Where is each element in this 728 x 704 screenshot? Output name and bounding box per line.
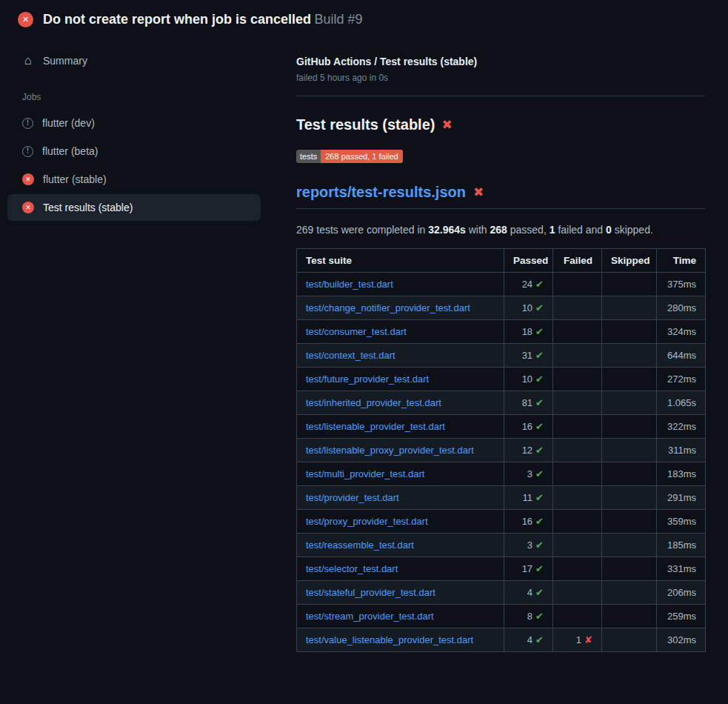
report-file-link[interactable]: reports/test-results.json bbox=[296, 184, 466, 201]
skipped-cell bbox=[602, 344, 657, 368]
failed-cell bbox=[553, 320, 602, 344]
sidebar-item-flutter-stable[interactable]: ✕ flutter (stable) bbox=[7, 166, 261, 193]
suite-link[interactable]: test/provider_test.dart bbox=[306, 492, 399, 503]
sidebar-summary-label: Summary bbox=[43, 55, 87, 67]
sidebar-item-summary[interactable]: ⌂ Summary bbox=[7, 47, 261, 74]
skipped-cell bbox=[602, 273, 657, 296]
time-cell: 183ms bbox=[657, 462, 706, 486]
table-row: test/listenable_provider_test.dart 16✔ 3… bbox=[297, 415, 706, 439]
skipped-cell bbox=[602, 462, 657, 486]
passed-cell: 10✔ bbox=[504, 296, 553, 320]
suite-link[interactable]: test/builder_test.dart bbox=[306, 279, 393, 290]
failed-x-icon: ✖ bbox=[441, 119, 452, 131]
summary-duration: 32.964s bbox=[428, 224, 466, 236]
time-cell: 280ms bbox=[657, 296, 706, 320]
run-meta: failed 5 hours ago in 0s bbox=[296, 73, 705, 83]
summary-line: 269 tests were completed in 32.964s with… bbox=[296, 224, 705, 236]
table-row: test/context_test.dart 31✔ 644ms bbox=[297, 344, 706, 368]
jobs-heading: Jobs bbox=[7, 76, 261, 110]
table-row: test/future_provider_test.dart 10✔ 272ms bbox=[297, 368, 706, 391]
build-header: ✕ Do not create report when job is cance… bbox=[0, 0, 728, 38]
failed-status-icon: ✕ bbox=[22, 202, 34, 213]
summary-skipped-count: 0 bbox=[606, 224, 612, 236]
failed-cell bbox=[553, 368, 602, 391]
check-icon: ✔ bbox=[535, 492, 544, 503]
table-row: test/value_listenable_provider_test.dart… bbox=[297, 628, 706, 652]
sidebar-item-flutter-beta[interactable]: ! flutter (beta) bbox=[7, 138, 261, 165]
skipped-cell bbox=[602, 368, 657, 391]
passed-cell: 31✔ bbox=[504, 344, 553, 368]
failed-cell bbox=[553, 557, 602, 581]
badge-label: tests bbox=[296, 150, 321, 163]
passed-cell: 12✔ bbox=[504, 439, 553, 462]
suite-link[interactable]: test/stateful_provider_test.dart bbox=[306, 587, 435, 598]
cross-icon: ✘ bbox=[584, 634, 592, 645]
suite-link[interactable]: test/selector_test.dart bbox=[306, 563, 398, 574]
summary-part: passed, bbox=[507, 224, 550, 236]
suite-link[interactable]: test/stream_provider_test.dart bbox=[306, 611, 434, 622]
table-row: test/stream_provider_test.dart 8✔ 259ms bbox=[297, 605, 706, 628]
passed-cell: 16✔ bbox=[504, 510, 553, 534]
skipped-cell bbox=[602, 557, 657, 581]
time-cell: 302ms bbox=[657, 628, 706, 652]
suite-link[interactable]: test/future_provider_test.dart bbox=[306, 373, 429, 385]
suite-link[interactable]: test/consumer_test.dart bbox=[306, 326, 407, 337]
failed-cell bbox=[553, 391, 602, 415]
skipped-cell bbox=[602, 391, 657, 415]
suite-link[interactable]: test/listenable_provider_test.dart bbox=[306, 421, 445, 432]
build-title: Do not create report when job is cancell… bbox=[43, 12, 311, 27]
job-label: Test results (stable) bbox=[43, 202, 133, 213]
check-icon: ✔ bbox=[535, 516, 544, 527]
job-label: flutter (beta) bbox=[42, 145, 98, 157]
suite-link[interactable]: test/context_test.dart bbox=[306, 350, 395, 361]
passed-cell: 81✔ bbox=[504, 391, 553, 415]
main-content: GitHub Actions / Test results (stable) f… bbox=[281, 38, 728, 652]
table-header-row: Test suite Passed Failed Skipped Time bbox=[297, 249, 706, 273]
skipped-cell bbox=[602, 439, 657, 462]
failed-cell bbox=[553, 415, 602, 439]
suite-link[interactable]: test/value_listenable_provider_test.dart bbox=[306, 634, 473, 645]
passed-cell: 4✔ bbox=[504, 628, 553, 652]
check-icon: ✔ bbox=[535, 634, 544, 645]
table-row: test/provider_test.dart 11✔ 291ms bbox=[297, 486, 706, 510]
sidebar-item-test-results-stable[interactable]: ✕ Test results (stable) bbox=[7, 194, 261, 221]
time-cell: 359ms bbox=[657, 510, 706, 534]
summary-part: failed and bbox=[555, 224, 607, 236]
page-title-text: Test results (stable) bbox=[296, 116, 435, 133]
failed-cell bbox=[553, 273, 602, 296]
sidebar: ⌂ Summary Jobs ! flutter (dev) ! flutter… bbox=[0, 38, 281, 222]
suite-link[interactable]: test/inherited_provider_test.dart bbox=[306, 397, 441, 408]
skipped-cell bbox=[602, 486, 657, 510]
job-label: flutter (stable) bbox=[43, 173, 107, 185]
passed-cell: 18✔ bbox=[504, 320, 553, 344]
passed-cell: 3✔ bbox=[504, 534, 553, 557]
check-icon: ✔ bbox=[535, 326, 544, 337]
time-cell: 644ms bbox=[657, 344, 706, 368]
suite-link[interactable]: test/reassemble_test.dart bbox=[306, 539, 414, 551]
home-icon: ⌂ bbox=[22, 54, 34, 67]
col-header-failed: Failed bbox=[553, 249, 602, 273]
build-failed-icon: ✕ bbox=[18, 12, 33, 27]
suite-link[interactable]: test/multi_provider_test.dart bbox=[306, 468, 424, 479]
suite-link[interactable]: test/proxy_provider_test.dart bbox=[306, 516, 428, 527]
neutral-status-icon: ! bbox=[22, 118, 33, 129]
skipped-cell bbox=[602, 534, 657, 557]
table-row: test/reassemble_test.dart 3✔ 185ms bbox=[297, 534, 706, 557]
failed-cell bbox=[553, 510, 602, 534]
suite-link[interactable]: test/change_notifier_provider_test.dart bbox=[306, 302, 470, 313]
table-row: test/listenable_proxy_provider_test.dart… bbox=[297, 439, 706, 462]
failed-cell bbox=[553, 486, 602, 510]
time-cell: 322ms bbox=[657, 415, 706, 439]
suite-link[interactable]: test/listenable_proxy_provider_test.dart bbox=[306, 445, 474, 456]
results-table-body: test/builder_test.dart 24✔ 375ms test/ch… bbox=[297, 273, 706, 652]
skipped-cell bbox=[602, 628, 657, 652]
check-icon: ✔ bbox=[535, 611, 544, 622]
check-icon: ✔ bbox=[535, 373, 544, 385]
col-header-passed: Passed bbox=[504, 249, 553, 273]
report-heading: reports/test-results.json ✖ bbox=[296, 184, 705, 209]
table-row: test/inherited_provider_test.dart 81✔ 1.… bbox=[297, 391, 706, 415]
time-cell: 1.065s bbox=[657, 391, 706, 415]
passed-cell: 17✔ bbox=[504, 557, 553, 581]
failed-cell bbox=[553, 344, 602, 368]
sidebar-item-flutter-dev[interactable]: ! flutter (dev) bbox=[7, 110, 261, 136]
